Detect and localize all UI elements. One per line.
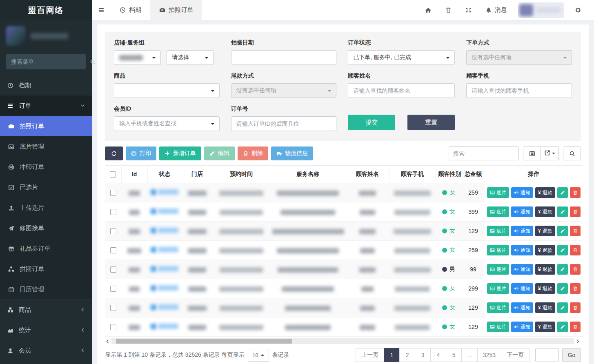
film-button[interactable]: 底片 bbox=[487, 206, 509, 217]
delete-row-button[interactable] bbox=[570, 206, 581, 217]
refund-button[interactable]: ¥退款 bbox=[535, 283, 555, 294]
row-checkbox[interactable] bbox=[110, 209, 116, 215]
logistics-button[interactable]: 物流信息 bbox=[271, 146, 313, 160]
refund-button[interactable]: ¥退款 bbox=[535, 245, 555, 255]
order-no-input[interactable] bbox=[236, 120, 331, 127]
notify-button[interactable]: 通知 bbox=[511, 264, 533, 275]
order-method-select[interactable]: 没有选中任何项 bbox=[466, 50, 572, 65]
sidebar-item-已选片[interactable]: 已选片 bbox=[0, 177, 92, 198]
sidebar-item-档期[interactable]: 档期 bbox=[0, 75, 92, 95]
page-button-3253[interactable]: 3253 bbox=[477, 348, 501, 362]
edit-row-button[interactable] bbox=[557, 187, 568, 198]
customer-phone-input[interactable] bbox=[472, 87, 567, 94]
goto-page-input[interactable] bbox=[535, 348, 559, 362]
refund-button[interactable]: ¥退款 bbox=[535, 226, 555, 236]
scrollbar-thumb[interactable] bbox=[116, 339, 292, 344]
expand-icon[interactable] bbox=[458, 0, 478, 20]
delete-row-button[interactable] bbox=[570, 302, 581, 313]
sidebar-item-商品[interactable]: 商品 bbox=[0, 300, 92, 320]
notify-button[interactable]: 通知 bbox=[511, 226, 533, 236]
delete-button[interactable]: 删除 bbox=[238, 146, 268, 160]
status-cell-redacted[interactable] bbox=[147, 241, 182, 260]
status-cell-redacted[interactable] bbox=[147, 222, 182, 241]
row-checkbox[interactable] bbox=[110, 324, 116, 330]
sidebar-item-订单[interactable]: 订单 bbox=[0, 95, 92, 116]
product-select[interactable] bbox=[114, 83, 220, 98]
go-button[interactable]: Go bbox=[562, 348, 581, 362]
sidebar-item-修图接单[interactable]: 修图接单 bbox=[0, 218, 92, 238]
export-icon[interactable] bbox=[541, 146, 559, 160]
edit-row-button[interactable] bbox=[557, 283, 568, 294]
add-order-button[interactable]: 新增订单 bbox=[159, 146, 201, 160]
film-button[interactable]: 底片 bbox=[487, 226, 509, 236]
delete-row-button[interactable] bbox=[570, 226, 581, 236]
page-button-5[interactable]: 5 bbox=[446, 348, 462, 362]
per-page-select[interactable]: 10 bbox=[248, 349, 269, 362]
row-checkbox[interactable] bbox=[110, 228, 116, 234]
table-search-input[interactable] bbox=[449, 146, 519, 160]
sidebar-item-拍照订单[interactable]: 拍照订单 bbox=[0, 116, 92, 136]
user-menu[interactable] bbox=[518, 2, 564, 18]
customer-name-input[interactable] bbox=[353, 87, 449, 94]
edit-row-button[interactable] bbox=[557, 302, 568, 313]
status-cell-redacted[interactable] bbox=[147, 298, 182, 317]
refund-button[interactable]: ¥退款 bbox=[535, 322, 555, 332]
notify-button[interactable]: 通知 bbox=[511, 245, 533, 255]
reset-button[interactable]: 重置 bbox=[407, 115, 455, 130]
page-button-4[interactable]: 4 bbox=[430, 348, 446, 362]
film-button[interactable]: 底片 bbox=[487, 283, 509, 294]
service-group-select[interactable]: 请选择 bbox=[167, 50, 214, 65]
sidebar-toggle-icon[interactable] bbox=[92, 0, 111, 20]
scrollbar-track[interactable] bbox=[111, 338, 574, 344]
sidebar-item-底片管理[interactable]: 底片管理 bbox=[0, 136, 92, 157]
notify-button[interactable]: 通知 bbox=[511, 206, 533, 217]
refund-button[interactable]: ¥退款 bbox=[535, 264, 555, 275]
row-checkbox[interactable] bbox=[110, 247, 116, 253]
print-button[interactable]: 打印 bbox=[126, 146, 156, 160]
notify-button[interactable]: 通知 bbox=[511, 322, 533, 332]
delete-row-button[interactable] bbox=[570, 283, 581, 294]
search-icon[interactable] bbox=[563, 146, 581, 160]
refund-button[interactable]: ¥退款 bbox=[535, 206, 555, 217]
status-cell-redacted[interactable] bbox=[147, 317, 182, 337]
film-button[interactable]: 底片 bbox=[487, 187, 509, 198]
edit-row-button[interactable] bbox=[557, 264, 568, 275]
status-cell-redacted[interactable] bbox=[147, 183, 182, 202]
refund-button[interactable]: ¥退款 bbox=[535, 187, 555, 198]
home-icon[interactable] bbox=[418, 0, 438, 20]
row-checkbox[interactable] bbox=[110, 286, 116, 292]
sidebar-item-日历管理[interactable]: 日历管理 bbox=[0, 279, 92, 300]
sidebar-item-冲印订单[interactable]: 冲印订单 bbox=[0, 157, 92, 177]
sidebar-item-会员[interactable]: 会员 bbox=[0, 340, 92, 361]
notify-button[interactable]: 通知 bbox=[511, 302, 533, 313]
delete-row-button[interactable] bbox=[570, 245, 581, 255]
sidebar-item-拼团订单[interactable]: 拼团订单 bbox=[0, 259, 92, 279]
refresh-button[interactable] bbox=[105, 146, 123, 160]
prev-page-button[interactable]: 上一页 bbox=[356, 348, 384, 362]
refund-button[interactable]: ¥退款 bbox=[535, 302, 555, 313]
edit-row-button[interactable] bbox=[557, 226, 568, 236]
delete-row-button[interactable] bbox=[570, 264, 581, 275]
sidebar-item-上传选片[interactable]: 上传选片 bbox=[0, 198, 92, 218]
status-cell-redacted[interactable] bbox=[147, 260, 182, 279]
scroll-right-icon[interactable] bbox=[575, 339, 581, 344]
trash-icon[interactable] bbox=[438, 0, 458, 20]
next-page-button[interactable]: 下一页 bbox=[501, 348, 529, 362]
order-status-select[interactable]: 已下单, 服务中, 已完成 bbox=[348, 50, 455, 65]
tab-拍照订单[interactable]: 拍照订单 bbox=[150, 0, 202, 20]
shoot-date-input[interactable] bbox=[236, 54, 331, 61]
sidebar-item-礼品券订单[interactable]: 礼品券订单 bbox=[0, 238, 92, 259]
row-checkbox[interactable] bbox=[110, 305, 116, 311]
page-button-3[interactable]: 3 bbox=[415, 348, 431, 362]
page-button-1[interactable]: 1 bbox=[384, 348, 400, 362]
film-button[interactable]: 底片 bbox=[487, 264, 509, 275]
select-all-checkbox[interactable] bbox=[110, 171, 116, 178]
notify-button[interactable]: 通知 bbox=[511, 283, 533, 294]
row-checkbox[interactable] bbox=[110, 190, 116, 196]
shop-select[interactable] bbox=[114, 50, 161, 65]
balance-method-select[interactable]: 没有选中任何项 bbox=[231, 83, 337, 98]
row-checkbox[interactable] bbox=[110, 266, 116, 273]
delete-row-button[interactable] bbox=[570, 187, 581, 198]
film-button[interactable]: 底片 bbox=[487, 245, 509, 255]
edit-row-button[interactable] bbox=[557, 245, 568, 255]
